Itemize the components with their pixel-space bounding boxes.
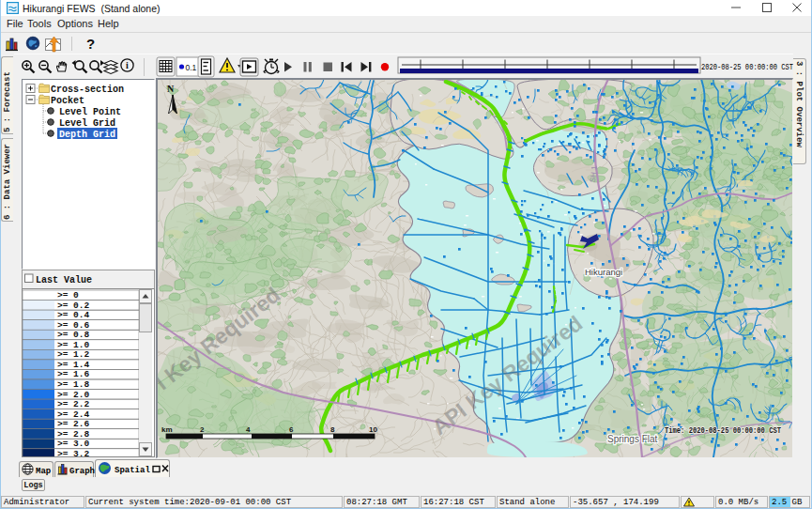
- svg-text:8: 8: [330, 425, 335, 434]
- svg-text:>= 1.6: >= 1.6: [57, 369, 90, 379]
- svg-text:>= 0.2: >= 0.2: [57, 301, 90, 311]
- svg-text:Hikurangi: Hikurangi: [585, 267, 622, 277]
- svg-text:Last Value: Last Value: [36, 275, 92, 285]
- svg-text:>= 2.4: >= 2.4: [57, 409, 90, 420]
- svg-text:N: N: [167, 84, 175, 94]
- svg-text:Level Grid: Level Grid: [59, 118, 115, 129]
- svg-text:>= 3.0: >= 3.0: [57, 439, 90, 449]
- svg-text:>= 0.8: >= 0.8: [57, 330, 90, 340]
- svg-text:Time: 2020-08-25 00:00:00 CST: Time: 2020-08-25 00:00:00 CST: [665, 426, 781, 436]
- svg-text:4: 4: [246, 425, 251, 434]
- svg-text:Level Point: Level Point: [59, 107, 121, 117]
- svg-text:6: 6: [289, 425, 294, 434]
- svg-text:Pocket: Pocket: [51, 96, 84, 106]
- svg-text:2: 2: [200, 425, 205, 434]
- svg-text:>= 2.2: >= 2.2: [57, 399, 90, 409]
- svg-text:>= 2.8: >= 2.8: [57, 429, 90, 440]
- svg-text:>= 1.2: >= 1.2: [57, 349, 90, 360]
- svg-text:>= 0.6: >= 0.6: [57, 320, 90, 331]
- svg-text:Springs Flat: Springs Flat: [607, 434, 658, 444]
- svg-text:>= 0.4: >= 0.4: [57, 310, 90, 320]
- svg-text:?: ?: [86, 36, 95, 52]
- svg-text:km: km: [161, 425, 173, 434]
- svg-text:2020-08-25 00:00:00 CST: 2020-08-25 00:00:00 CST: [701, 63, 793, 72]
- svg-text:>= 0: >= 0: [57, 290, 79, 301]
- svg-text:Graph: Graph: [69, 467, 95, 476]
- svg-text:0.1: 0.1: [186, 63, 197, 72]
- svg-text:10: 10: [369, 425, 377, 434]
- svg-text:>= 2.0: >= 2.0: [57, 390, 90, 400]
- svg-text:>= 1.8: >= 1.8: [57, 379, 90, 390]
- svg-text:>= 1.0: >= 1.0: [57, 340, 90, 350]
- svg-text:Spatial: Spatial: [115, 466, 150, 475]
- svg-text:Cross-section: Cross-section: [51, 85, 124, 95]
- svg-text:i: i: [126, 60, 129, 70]
- svg-text:>= 2.6: >= 2.6: [57, 419, 90, 429]
- svg-text:>= 3.2: >= 3.2: [57, 449, 90, 456]
- svg-text:Depth Grid: Depth Grid: [59, 130, 115, 140]
- svg-text:>= 1.4: >= 1.4: [57, 360, 90, 370]
- svg-text:Map: Map: [36, 467, 51, 476]
